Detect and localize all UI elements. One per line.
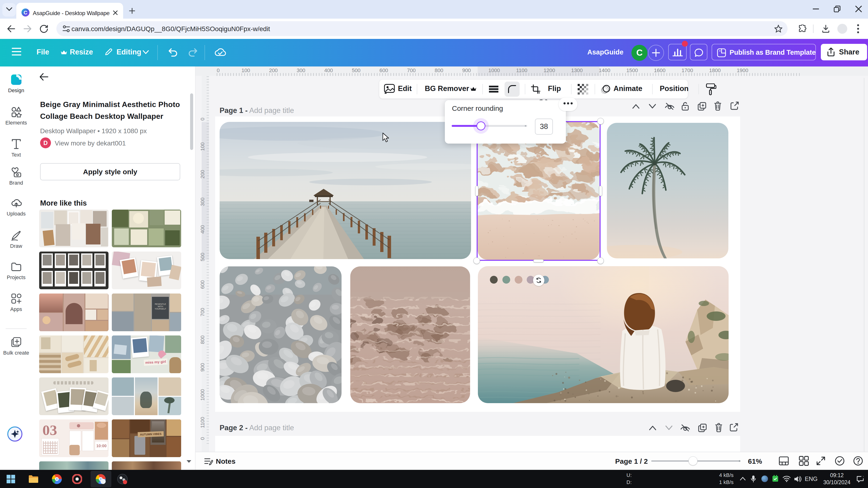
svg-text:C: C [24, 10, 27, 15]
